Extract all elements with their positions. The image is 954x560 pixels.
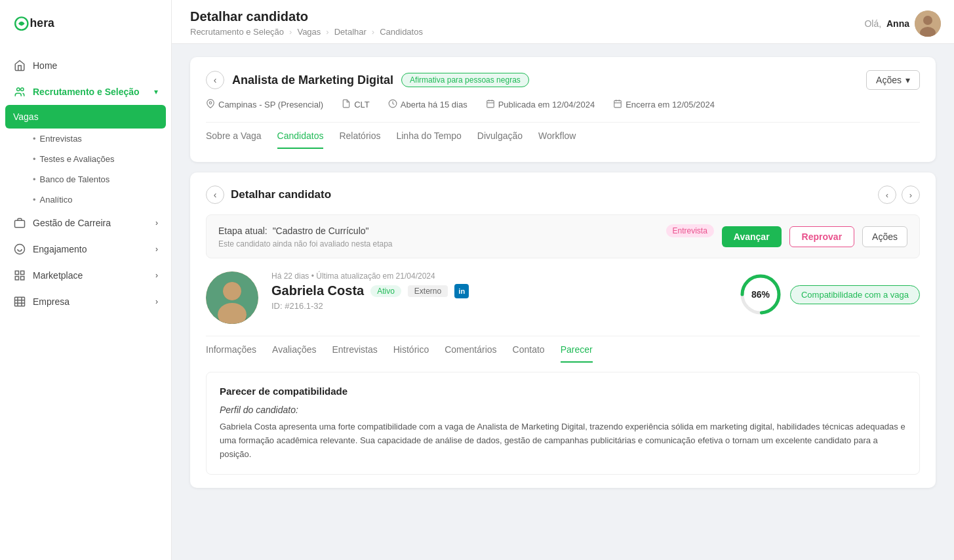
- svg-point-2: [17, 88, 20, 91]
- breadcrumb-item[interactable]: Vagas: [297, 27, 321, 37]
- candidate-name-row: Gabriela Costa Ativo Externo in: [271, 283, 725, 298]
- hera-logo: hera: [13, 12, 66, 35]
- tab-linha[interactable]: Linha do Tempo: [396, 124, 461, 149]
- clock-icon: [388, 99, 397, 110]
- sidebar-item-marketplace[interactable]: Marketplace ›: [0, 262, 171, 289]
- sidebar-item-gestao[interactable]: Gestão de Carreira ›: [0, 210, 171, 236]
- svg-point-16: [209, 102, 212, 104]
- tab-relatorios[interactable]: Relatórios: [339, 124, 380, 149]
- stage-sub-text: Este candidato ainda não foi avaliado ne…: [218, 239, 714, 249]
- candidate-back-button[interactable]: ‹: [206, 186, 224, 204]
- user-name: Anna: [886, 18, 909, 29]
- candidate-navigation: ‹ ›: [878, 186, 920, 204]
- doc-icon: [342, 99, 351, 110]
- tab-candidatos[interactable]: Candidatos: [277, 124, 324, 149]
- people-icon: [13, 85, 26, 98]
- candidate-detail-title: Detalhar candidato: [231, 188, 331, 201]
- empresa-icon: [13, 295, 26, 308]
- sidebar-item-label: Home: [33, 60, 57, 71]
- acoes-button[interactable]: Ações: [862, 226, 907, 247]
- tab-parecer[interactable]: Parecer: [561, 338, 593, 363]
- candidate-last-updated: Há 22 dias • Última atualização em 21/04…: [271, 271, 725, 281]
- avatar[interactable]: [915, 10, 941, 37]
- engagement-icon: [13, 243, 26, 256]
- svg-rect-9: [21, 271, 24, 274]
- candidate-info: Há 22 dias • Última atualização em 21/04…: [271, 271, 725, 311]
- location-icon: [206, 99, 215, 110]
- breadcrumb-item[interactable]: Recrutamento e Seleção: [190, 27, 284, 37]
- sidebar-item-entrevistas[interactable]: Entrevistas: [0, 129, 171, 149]
- sidebar-item-home[interactable]: Home: [0, 52, 171, 79]
- parecer-card: Parecer de compatibilidade Perfil do can…: [206, 372, 920, 475]
- back-button[interactable]: ‹: [206, 71, 224, 89]
- tab-comentarios[interactable]: Comentários: [445, 338, 496, 363]
- next-candidate-button[interactable]: ›: [902, 186, 920, 204]
- sidebar-item-banco[interactable]: Banco de Talentos: [0, 169, 171, 190]
- calendar2-icon: [613, 99, 622, 110]
- sidebar-item-label: Recrutamento e Seleção: [33, 87, 140, 97]
- compatibility-section: 86% Compatibilidade com a vaga: [738, 271, 920, 317]
- tab-sobre[interactable]: Sobre a Vaga: [206, 124, 262, 149]
- job-meta: Campinas - SP (Presencial) CLT Aberta há…: [206, 99, 920, 110]
- svg-rect-18: [487, 100, 494, 108]
- svg-rect-10: [15, 277, 18, 280]
- user-area: Olá, Anna: [864, 10, 941, 37]
- actions-button[interactable]: Ações ▾: [866, 70, 920, 90]
- sidebar-item-label: Gestão de Carreira: [33, 218, 111, 228]
- tab-contato[interactable]: Contato: [513, 338, 545, 363]
- tab-divulgacao[interactable]: Divulgação: [477, 124, 523, 149]
- sidebar-item-engajamento[interactable]: Engajamento ›: [0, 236, 171, 262]
- page-title: Detalhar candidato: [190, 9, 936, 24]
- job-tabs: Sobre a Vaga Candidatos Relatórios Linha…: [206, 122, 920, 149]
- tab-avaliacoes[interactable]: Avaliações: [272, 338, 316, 363]
- logo: hera: [0, 0, 171, 47]
- chevron-right-icon: ›: [155, 245, 158, 254]
- breadcrumb-item[interactable]: Detalhar: [334, 27, 367, 37]
- parecer-section-label: Perfil do candidato:: [220, 405, 906, 415]
- status-badge-externo: Externo: [408, 285, 448, 297]
- stage-badge: Entrevista: [666, 224, 714, 237]
- linkedin-icon[interactable]: in: [454, 284, 469, 298]
- stage-label: Etapa atual: "Cadastro de Currículo": [218, 226, 661, 236]
- svg-point-29: [223, 282, 241, 300]
- sidebar: hera Home Recrutamento e Seleção ▾ Vagas…: [0, 0, 172, 560]
- candidate-id: ID: #216.1-32: [271, 301, 725, 311]
- candidate-avatar: [206, 271, 258, 324]
- sidebar-item-empresa[interactable]: Empresa ›: [0, 289, 171, 315]
- sidebar-item-vagas[interactable]: Vagas: [5, 105, 166, 129]
- avancar-button[interactable]: Avançar: [722, 226, 782, 247]
- closes-meta: Encerra em 12/05/2024: [613, 99, 715, 110]
- svg-point-5: [15, 245, 25, 254]
- main-nav: Home Recrutamento e Seleção ▾ Vagas Entr…: [0, 47, 171, 560]
- sidebar-item-label: Banco de Talentos: [40, 174, 110, 184]
- tab-historico[interactable]: Histórico: [393, 338, 429, 363]
- main-content: Detalhar candidato Recrutamento e Seleçã…: [172, 0, 954, 560]
- sidebar-item-analitico[interactable]: Analítico: [0, 190, 171, 210]
- content-area: ‹ Analista de Marketing Digital Afirmati…: [172, 44, 954, 560]
- tab-informacoes[interactable]: Informações: [206, 338, 256, 363]
- sidebar-item-label: Testes e Avaliações: [40, 154, 115, 164]
- reprovar-button[interactable]: Reprovar: [789, 226, 854, 247]
- chevron-right-icon: ›: [155, 218, 158, 228]
- parecer-text: Gabriela Costa apresenta uma forte compa…: [220, 420, 906, 461]
- sidebar-item-recrutamento[interactable]: Recrutamento e Seleção ▾: [0, 79, 171, 105]
- sidebar-item-label: Analítico: [40, 195, 73, 205]
- contract-meta: CLT: [342, 99, 370, 110]
- job-card: ‹ Analista de Marketing Digital Afirmati…: [190, 57, 936, 162]
- breadcrumb-item[interactable]: Candidatos: [380, 27, 423, 37]
- compatibility-circle: 86%: [738, 271, 784, 317]
- tab-workflow[interactable]: Workflow: [538, 124, 576, 149]
- compatibility-label: Compatibilidade com a vaga: [790, 285, 920, 304]
- sidebar-item-label: Marketplace: [33, 270, 83, 281]
- tab-entrevistas[interactable]: Entrevistas: [332, 338, 378, 363]
- sidebar-item-label: Vagas: [13, 111, 39, 122]
- chevron-down-icon: ▾: [905, 75, 910, 85]
- svg-point-14: [923, 16, 932, 25]
- svg-rect-8: [15, 271, 18, 274]
- sidebar-item-testes[interactable]: Testes e Avaliações: [0, 149, 171, 169]
- svg-text:hera: hera: [30, 16, 54, 30]
- prev-candidate-button[interactable]: ‹: [878, 186, 896, 204]
- svg-rect-4: [15, 220, 25, 228]
- chevron-down-icon: ▾: [154, 87, 158, 96]
- calendar-icon: [486, 99, 495, 110]
